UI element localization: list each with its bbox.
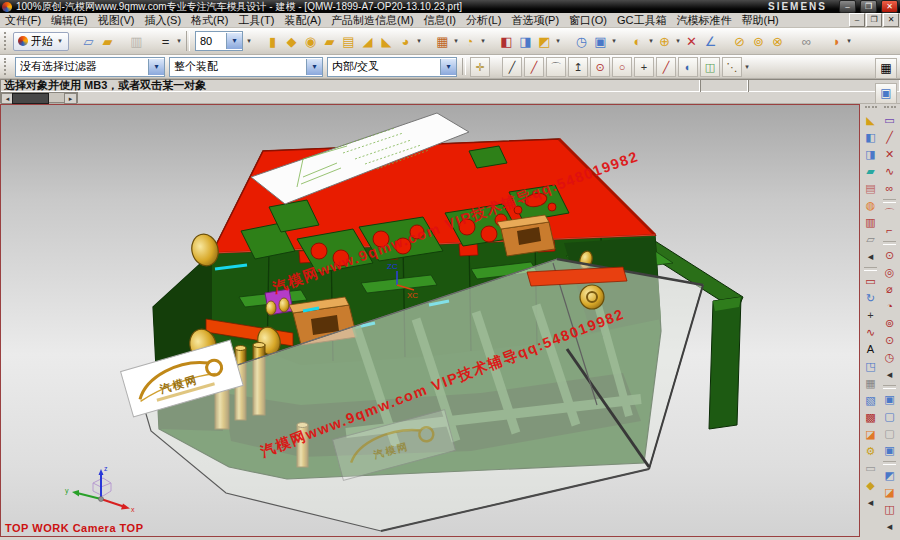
circle-small-icon[interactable]: ⊙ <box>881 332 898 348</box>
selection-filter-dropdown[interactable]: ▾ <box>148 59 164 75</box>
bounded-grid-snap-icon[interactable]: ◫ <box>700 57 720 77</box>
scroll-right-arrow-icon[interactable]: ▸ <box>64 93 77 104</box>
menu-view[interactable]: 视图(V) <box>93 13 140 28</box>
offset-face-icon-dropdown[interactable]: ▾ <box>674 37 682 45</box>
menu-help[interactable]: 帮助(H) <box>736 13 783 28</box>
rings-icon[interactable]: ∞ <box>797 32 816 51</box>
rib-icon[interactable]: ◢ <box>358 32 377 51</box>
equals-expression-icon-dropdown[interactable]: ▾ <box>175 37 183 45</box>
combine-icon[interactable]: ◆ <box>862 477 879 493</box>
endpoint-snap-icon[interactable]: ╱ <box>502 57 522 77</box>
wave-link-icon[interactable]: ⊘ <box>730 32 749 51</box>
delete-face-icon[interactable]: ✕ <box>682 32 701 51</box>
point-on-face-snap-icon[interactable]: ◐ <box>678 57 698 77</box>
split-solid-icon[interactable]: ◪ <box>862 426 879 442</box>
patch-body-icon[interactable]: ◩ <box>535 32 554 51</box>
datum-csys-icon[interactable]: ◳ <box>862 358 879 374</box>
patch-body-icon-dropdown[interactable]: ▾ <box>554 37 562 45</box>
fillet-tool-icon[interactable]: ⌒ <box>881 205 898 221</box>
menu-preferences[interactable]: 首选项(P) <box>506 13 564 28</box>
select-mode-dropdown[interactable]: ▾ <box>440 59 456 75</box>
revolve-icon[interactable]: ◆ <box>282 32 301 51</box>
document-restore-button[interactable]: ❐ <box>866 13 882 27</box>
circle-center-icon[interactable]: ⊙ <box>881 247 898 263</box>
document-close-button[interactable]: ✕ <box>883 13 899 27</box>
spline-tool-icon[interactable]: ∿ <box>881 163 898 179</box>
control-point-snap-icon[interactable]: ⌒ <box>546 57 566 77</box>
menu-information[interactable]: 信息(I) <box>419 13 461 28</box>
sheets-icon[interactable]: ▱ <box>862 231 879 247</box>
shell-icon[interactable]: ◔ <box>460 32 479 51</box>
more-tools-arrow-icon[interactable]: ◂ <box>862 248 879 264</box>
shell-icon-dropdown[interactable]: ▾ <box>479 37 487 45</box>
studio-spline-icon[interactable]: ∿ <box>862 324 879 340</box>
menu-file[interactable]: 文件(F) <box>0 13 46 28</box>
window-tile-icon[interactable]: ▣ <box>875 83 897 104</box>
menu-analysis[interactable]: 分析(L) <box>461 13 506 28</box>
subtract-icon[interactable]: ◪ <box>881 484 898 500</box>
trim-body-icon[interactable]: ◧ <box>497 32 516 51</box>
new-file-icon[interactable]: ▱ <box>79 32 98 51</box>
swept-surface-icon[interactable]: ◧ <box>862 129 879 145</box>
open-folder-icon[interactable]: ▰ <box>98 32 117 51</box>
interpart-link-icon[interactable]: ⊚ <box>749 32 768 51</box>
close-button[interactable]: ✕ <box>881 0 898 13</box>
menu-format[interactable]: 格式(R) <box>186 13 233 28</box>
point-on-curve-snap-icon[interactable]: ╱ <box>656 57 676 77</box>
midpoint-snap-icon[interactable]: ╱ <box>524 57 544 77</box>
pocket-icon[interactable]: ▤ <box>339 32 358 51</box>
menu-gc-toolbox[interactable]: GC工具箱 <box>612 13 672 28</box>
move-face-icon-dropdown[interactable]: ▾ <box>647 37 655 45</box>
deform-icon[interactable]: ◑ <box>826 32 845 51</box>
document-minimize-button[interactable]: – <box>849 13 865 27</box>
horizontal-scrollbar[interactable]: ◂ ▸ <box>0 92 78 103</box>
menu-edit[interactable]: 编辑(E) <box>46 13 93 28</box>
cylinder-icon[interactable]: ▢ <box>881 408 898 424</box>
link-face-icon[interactable]: ⊗ <box>768 32 787 51</box>
3d-model-canvas[interactable]: ZC XC <box>1 105 859 536</box>
extrude-body-icon[interactable]: ▣ <box>881 391 898 407</box>
line-tool-icon[interactable]: ╱ <box>881 129 898 145</box>
selection-filter-combo[interactable]: 没有选择过滤器 ▾ <box>15 57 165 77</box>
menu-auto-die-standards[interactable]: 汽模标准件 <box>671 13 736 28</box>
gear-icon[interactable]: ⚙ <box>862 443 879 459</box>
circle-quadrant-icon[interactable]: ◔ <box>881 298 898 314</box>
blend-icon-dropdown[interactable]: ▾ <box>415 37 423 45</box>
toolbar-grip[interactable] <box>884 106 896 111</box>
image-display-icon[interactable]: ▣ <box>591 32 610 51</box>
sheet-arrow-icon[interactable]: ▧ <box>862 392 879 408</box>
pattern-feature-icon-dropdown[interactable]: ▾ <box>452 37 460 45</box>
graphics-viewport[interactable]: ZC XC <box>0 104 860 537</box>
boss-icon[interactable]: ▰ <box>320 32 339 51</box>
pattern-feature-icon[interactable]: ▦ <box>433 32 452 51</box>
corner-tool-icon[interactable]: ⌐ <box>881 222 898 238</box>
circle-point-icon[interactable]: ⊚ <box>881 315 898 331</box>
toolbar-grip[interactable] <box>4 32 9 50</box>
gauge-icon[interactable]: ◷ <box>881 349 898 365</box>
history-icon[interactable]: ◷ <box>572 32 591 51</box>
circle-diameter-icon[interactable]: ⌀ <box>881 281 898 297</box>
start-button[interactable]: 开始 ▾ <box>13 32 69 51</box>
more-tools-arrow-icon[interactable]: ◂ <box>881 366 898 382</box>
menu-assemblies[interactable]: 装配(A) <box>279 13 326 28</box>
zoom-scale-combo[interactable]: 80 ▾ <box>195 31 243 51</box>
toolbar-grip[interactable] <box>4 58 9 74</box>
sheet-body-icon[interactable]: ▰ <box>862 163 879 179</box>
menu-window[interactable]: 窗口(O) <box>564 13 612 28</box>
blend-icon[interactable]: ◕ <box>396 32 415 51</box>
sphere-mesh-icon[interactable]: ◍ <box>862 197 879 213</box>
move-face-icon[interactable]: ◐ <box>628 32 647 51</box>
ellipse-tool-icon[interactable]: ∞ <box>881 180 898 196</box>
select-mode-combo[interactable]: 内部/交叉 ▾ <box>327 57 457 77</box>
snap-point-menu-icon[interactable]: ✛ <box>470 57 490 77</box>
snap-overflow-icon[interactable]: ⋱ <box>722 57 742 77</box>
start-dropdown[interactable]: ▾ <box>56 37 64 45</box>
selection-scope-combo[interactable]: 整个装配 ▾ <box>169 57 323 77</box>
ruled-surface-icon[interactable]: ◨ <box>862 146 879 162</box>
restore-button[interactable]: ❐ <box>860 0 877 13</box>
more-tools-arrow-icon[interactable]: ◂ <box>862 494 879 510</box>
revolve-tool-icon[interactable]: ↻ <box>862 290 879 306</box>
studio-surface-icon[interactable]: ◣ <box>862 112 879 128</box>
block-icon[interactable]: ▣ <box>881 442 898 458</box>
toolbar-layout-icon[interactable]: ▦ <box>875 58 897 79</box>
